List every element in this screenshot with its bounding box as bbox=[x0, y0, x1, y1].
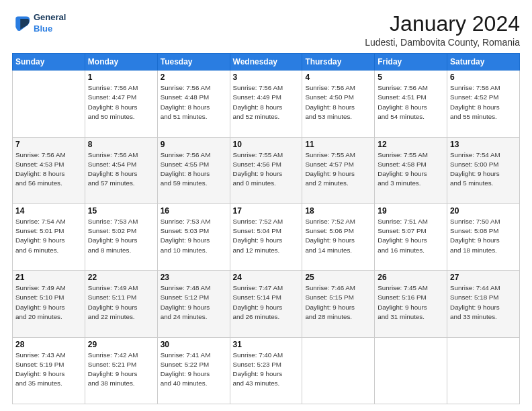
day-cell-5: 5Sunrise: 7:56 AMSunset: 4:51 PMDaylight… bbox=[375, 71, 447, 137]
day-info: Sunrise: 7:45 AMSunset: 5:16 PMDaylight:… bbox=[378, 283, 444, 322]
day-cell-3: 3Sunrise: 7:56 AMSunset: 4:49 PMDaylight… bbox=[230, 71, 302, 137]
day-info: Sunrise: 7:56 AMSunset: 4:55 PMDaylight:… bbox=[161, 150, 227, 189]
weekday-header-sunday: Sunday bbox=[13, 54, 85, 71]
day-info: Sunrise: 7:48 AMSunset: 5:12 PMDaylight:… bbox=[161, 283, 227, 322]
day-info: Sunrise: 7:56 AMSunset: 4:49 PMDaylight:… bbox=[233, 83, 300, 122]
weekday-header-monday: Monday bbox=[85, 54, 157, 71]
page: General Blue January 2024 Ludesti, Dambo… bbox=[0, 0, 532, 411]
day-cell-2: 2Sunrise: 7:56 AMSunset: 4:48 PMDaylight… bbox=[157, 71, 230, 137]
day-cell-21: 21Sunrise: 7:49 AMSunset: 5:10 PMDayligh… bbox=[13, 271, 85, 337]
day-number: 2 bbox=[161, 73, 227, 82]
day-number: 18 bbox=[305, 206, 371, 216]
day-number: 26 bbox=[378, 273, 444, 282]
day-cell-31: 31Sunrise: 7:40 AMSunset: 5:23 PMDayligh… bbox=[230, 337, 302, 404]
day-cell-7: 7Sunrise: 7:56 AMSunset: 4:53 PMDaylight… bbox=[13, 137, 85, 203]
week-row-5: 28Sunrise: 7:43 AMSunset: 5:19 PMDayligh… bbox=[13, 337, 520, 404]
day-info: Sunrise: 7:56 AMSunset: 4:48 PMDaylight:… bbox=[161, 83, 227, 122]
day-cell-28: 28Sunrise: 7:43 AMSunset: 5:19 PMDayligh… bbox=[13, 337, 85, 404]
day-number: 12 bbox=[378, 140, 444, 149]
day-cell-13: 13Sunrise: 7:54 AMSunset: 5:00 PMDayligh… bbox=[447, 137, 520, 203]
logo-icon bbox=[12, 14, 31, 33]
day-info: Sunrise: 7:56 AMSunset: 4:47 PMDaylight:… bbox=[88, 83, 154, 122]
day-info: Sunrise: 7:43 AMSunset: 5:19 PMDaylight:… bbox=[15, 351, 82, 389]
day-cell-10: 10Sunrise: 7:55 AMSunset: 4:56 PMDayligh… bbox=[230, 137, 302, 203]
weekday-header-wednesday: Wednesday bbox=[230, 54, 302, 71]
empty-cell bbox=[13, 71, 85, 137]
day-info: Sunrise: 7:52 AMSunset: 5:06 PMDaylight:… bbox=[305, 217, 371, 255]
day-number: 16 bbox=[161, 206, 227, 216]
main-title: January 2024 bbox=[365, 12, 520, 36]
day-cell-29: 29Sunrise: 7:42 AMSunset: 5:21 PMDayligh… bbox=[85, 337, 157, 404]
day-number: 29 bbox=[88, 340, 154, 349]
day-cell-22: 22Sunrise: 7:49 AMSunset: 5:11 PMDayligh… bbox=[85, 271, 157, 337]
weekday-header-tuesday: Tuesday bbox=[157, 54, 230, 71]
week-row-2: 7Sunrise: 7:56 AMSunset: 4:53 PMDaylight… bbox=[13, 137, 520, 203]
day-number: 11 bbox=[305, 140, 371, 149]
logo: General Blue bbox=[12, 12, 66, 35]
day-info: Sunrise: 7:40 AMSunset: 5:23 PMDaylight:… bbox=[233, 351, 300, 389]
day-info: Sunrise: 7:54 AMSunset: 5:01 PMDaylight:… bbox=[15, 217, 82, 255]
day-number: 22 bbox=[88, 273, 154, 282]
day-info: Sunrise: 7:54 AMSunset: 5:00 PMDaylight:… bbox=[450, 150, 517, 189]
weekday-header-saturday: Saturday bbox=[447, 54, 520, 71]
day-info: Sunrise: 7:46 AMSunset: 5:15 PMDaylight:… bbox=[305, 283, 371, 322]
day-cell-26: 26Sunrise: 7:45 AMSunset: 5:16 PMDayligh… bbox=[375, 271, 447, 337]
day-info: Sunrise: 7:50 AMSunset: 5:08 PMDaylight:… bbox=[450, 217, 517, 255]
header: General Blue January 2024 Ludesti, Dambo… bbox=[12, 12, 520, 48]
day-number: 24 bbox=[233, 273, 300, 282]
day-cell-19: 19Sunrise: 7:51 AMSunset: 5:07 PMDayligh… bbox=[375, 203, 447, 270]
day-number: 31 bbox=[233, 340, 300, 349]
week-row-3: 14Sunrise: 7:54 AMSunset: 5:01 PMDayligh… bbox=[13, 203, 520, 270]
day-number: 1 bbox=[88, 73, 154, 82]
empty-cell bbox=[302, 337, 375, 404]
weekday-header-friday: Friday bbox=[375, 54, 447, 71]
day-info: Sunrise: 7:49 AMSunset: 5:10 PMDaylight:… bbox=[15, 283, 82, 322]
day-number: 14 bbox=[15, 206, 82, 216]
day-number: 7 bbox=[15, 140, 82, 149]
day-cell-23: 23Sunrise: 7:48 AMSunset: 5:12 PMDayligh… bbox=[157, 271, 230, 337]
day-cell-16: 16Sunrise: 7:53 AMSunset: 5:03 PMDayligh… bbox=[157, 203, 230, 270]
day-info: Sunrise: 7:44 AMSunset: 5:18 PMDaylight:… bbox=[450, 283, 517, 322]
day-number: 21 bbox=[15, 273, 82, 282]
day-cell-8: 8Sunrise: 7:56 AMSunset: 4:54 PMDaylight… bbox=[85, 137, 157, 203]
day-cell-17: 17Sunrise: 7:52 AMSunset: 5:04 PMDayligh… bbox=[230, 203, 302, 270]
day-cell-9: 9Sunrise: 7:56 AMSunset: 4:55 PMDaylight… bbox=[157, 137, 230, 203]
day-info: Sunrise: 7:55 AMSunset: 4:56 PMDaylight:… bbox=[233, 150, 300, 189]
day-info: Sunrise: 7:42 AMSunset: 5:21 PMDaylight:… bbox=[88, 351, 154, 389]
title-block: January 2024 Ludesti, Dambovita County, … bbox=[365, 12, 520, 48]
day-cell-30: 30Sunrise: 7:41 AMSunset: 5:22 PMDayligh… bbox=[157, 337, 230, 404]
day-info: Sunrise: 7:53 AMSunset: 5:03 PMDaylight:… bbox=[161, 217, 227, 255]
day-number: 10 bbox=[233, 140, 300, 149]
day-number: 28 bbox=[15, 340, 82, 349]
day-cell-27: 27Sunrise: 7:44 AMSunset: 5:18 PMDayligh… bbox=[447, 271, 520, 337]
day-cell-25: 25Sunrise: 7:46 AMSunset: 5:15 PMDayligh… bbox=[302, 271, 375, 337]
empty-cell bbox=[447, 337, 520, 404]
day-cell-4: 4Sunrise: 7:56 AMSunset: 4:50 PMDaylight… bbox=[302, 71, 375, 137]
day-cell-11: 11Sunrise: 7:55 AMSunset: 4:57 PMDayligh… bbox=[302, 137, 375, 203]
day-info: Sunrise: 7:55 AMSunset: 4:57 PMDaylight:… bbox=[305, 150, 371, 189]
day-cell-1: 1Sunrise: 7:56 AMSunset: 4:47 PMDaylight… bbox=[85, 71, 157, 137]
weekday-header-row: SundayMondayTuesdayWednesdayThursdayFrid… bbox=[13, 54, 520, 71]
logo-text: General Blue bbox=[34, 12, 66, 35]
day-info: Sunrise: 7:41 AMSunset: 5:22 PMDaylight:… bbox=[161, 351, 227, 389]
day-number: 23 bbox=[161, 273, 227, 282]
day-info: Sunrise: 7:47 AMSunset: 5:14 PMDaylight:… bbox=[233, 283, 300, 322]
day-info: Sunrise: 7:56 AMSunset: 4:50 PMDaylight:… bbox=[305, 83, 371, 122]
day-info: Sunrise: 7:56 AMSunset: 4:53 PMDaylight:… bbox=[15, 150, 82, 189]
day-cell-6: 6Sunrise: 7:56 AMSunset: 4:52 PMDaylight… bbox=[447, 71, 520, 137]
day-info: Sunrise: 7:51 AMSunset: 5:07 PMDaylight:… bbox=[378, 217, 444, 255]
day-number: 27 bbox=[450, 273, 517, 282]
day-cell-20: 20Sunrise: 7:50 AMSunset: 5:08 PMDayligh… bbox=[447, 203, 520, 270]
day-info: Sunrise: 7:56 AMSunset: 4:51 PMDaylight:… bbox=[378, 83, 444, 122]
day-number: 3 bbox=[233, 73, 300, 82]
day-number: 13 bbox=[450, 140, 517, 149]
day-info: Sunrise: 7:55 AMSunset: 4:58 PMDaylight:… bbox=[378, 150, 444, 189]
day-number: 19 bbox=[378, 206, 444, 216]
day-number: 25 bbox=[305, 273, 371, 282]
day-info: Sunrise: 7:56 AMSunset: 4:54 PMDaylight:… bbox=[88, 150, 154, 189]
empty-cell bbox=[375, 337, 447, 404]
subtitle: Ludesti, Dambovita County, Romania bbox=[365, 37, 520, 48]
day-info: Sunrise: 7:56 AMSunset: 4:52 PMDaylight:… bbox=[450, 83, 517, 122]
day-cell-12: 12Sunrise: 7:55 AMSunset: 4:58 PMDayligh… bbox=[375, 137, 447, 203]
day-number: 9 bbox=[161, 140, 227, 149]
